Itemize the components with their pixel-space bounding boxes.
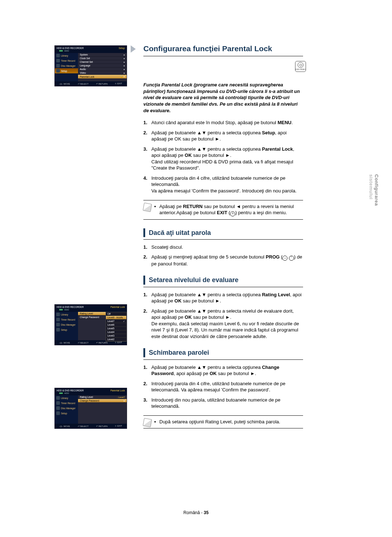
section-heading-parental-lock: Configurarea funcţiei Parental Lock [143,44,303,54]
osd-title: HDD & DVD RECORDER [57,47,84,49]
down-icon: ⌄ [282,256,287,261]
side-tab: Configurarea sistemului [368,174,379,206]
dvd-video-badge: DVD-VIDEO [295,61,306,72]
section-heading-change-password: Schimbarea parolei [143,348,303,357]
osd-footer-hints: ◁▷ MOVE ⏎ SELECT ↶ RETURN ⎋ EXIT [55,424,127,428]
osd-screenshot-setup: HDD & DVD RECORDER Setup HDD Library Tim… [54,45,127,86]
section-heading-rating-level: Setarea nivelului de evaluare [143,276,303,284]
lock-icon [120,75,123,78]
steps-forgot-password: Scoateţi discul. Apăsaţi şi menţineţi ap… [143,244,303,267]
osd-left-menu: Library Timer Record Disc Manager Setup [55,53,78,81]
osd-right-menu: Rating Level: Level7 Change Password▸ [78,395,127,424]
osd-rating-popup: Off Level8 - Adults Level7✓ Level6 Level… [106,312,127,342]
osd-media-indicator: HDD [55,50,127,53]
steps-change-password: Apăsaţi pe butoanele ▲▼ pentru a selecta… [143,364,303,410]
osd-media-indicator: HDD [55,392,127,395]
disc-icon [298,62,303,68]
osd-title: HDD & DVD RECORDER [57,389,84,392]
osd-right-menu: System▸ Clock Set▸ Channel Set▸ Language… [78,53,127,81]
osd-right-menu: Rating LevelOff Change PasswordLevel8 - … [78,312,127,340]
page-content: Configurarea funcţiei Parental Lock DVD-… [143,44,303,434]
osd-title: HDD & DVD RECORDER [57,306,84,308]
section-heading-forgot-password: Dacă aţi uitat parola [143,228,303,237]
osd-screenshot-rating-level: HDD & DVD RECORDER Parental Lock HDD Lib… [54,304,127,345]
osd-left-menu: Library Timer Record Disc Manager Setup [55,312,78,340]
osd-screenshot-change-password: HDD & DVD RECORDER Parental Lock HDD Lib… [54,388,127,429]
exit-icon: ⎋ [230,211,235,216]
note-box-2: După setarea opţiunii Rating Level, pute… [143,415,303,428]
osd-screen-name: Parental Lock [110,306,125,308]
intro-paragraph: Funcţia Parental Lock (programe care nec… [143,82,303,114]
osd-footer-hints: ◁▷ MOVE ⏎ SELECT ↶ RETURN ⎋ EXIT [55,81,127,86]
steps-rating-level: Apăsaţi pe butoanele ▲▼ pentru a selecta… [143,292,303,340]
osd-screen-name: Setup [119,47,125,49]
up-icon: ⌃ [289,256,294,261]
osd-left-menu: Library Timer Record Disc Manager Setup [55,395,78,424]
osd-screen-name: Parental Lock [110,389,125,392]
osd-media-indicator: HDD [55,309,127,312]
page-footer: Română - 35 [0,510,392,515]
steps-parental-lock: Atunci când aparatul este în modul Stop,… [143,119,303,194]
note-box: Apăsaţi pe RETURN sau pe butonul ◄ pentr… [143,200,303,220]
